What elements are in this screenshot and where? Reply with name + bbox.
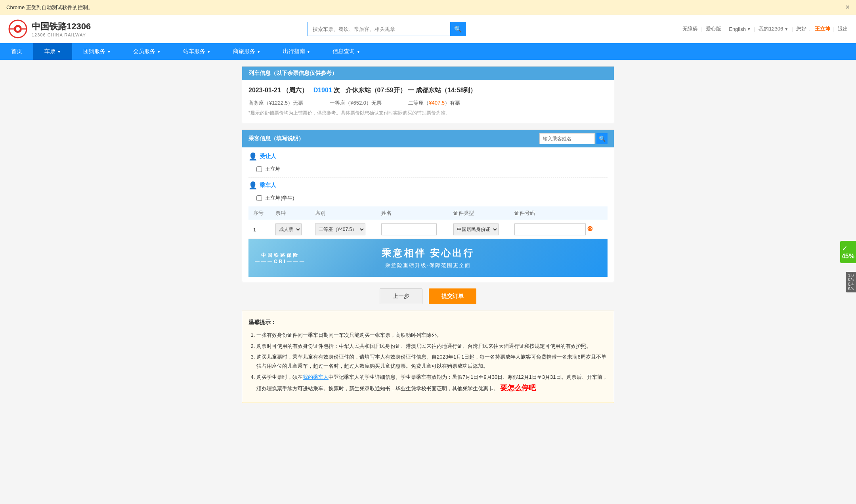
traveler-icon: 👤 <box>248 181 257 190</box>
nav-info-label: 信息查询 <box>332 48 355 55</box>
passenger-search-button[interactable]: 🔍 <box>596 133 608 144</box>
recipient-type-label: 👤 受让人 <box>248 152 608 161</box>
my-12306-label: 我的12306 <box>759 25 783 32</box>
nav-item-group[interactable]: 团购服务 ▼ <box>72 43 122 60</box>
passenger-table-header-row: 序号 票种 席别 姓名 证件类型 证件号码 <box>248 206 608 220</box>
passenger-divider <box>248 178 608 178</box>
tips-title: 温馨提示： <box>248 317 608 327</box>
row-name <box>376 220 449 239</box>
logo-sub-text: 12306 CHINA RAILWAY <box>32 32 91 37</box>
seat-business-price: ¥1222.5 <box>269 100 288 106</box>
passenger-info-card: 乘客信息（填写说明） 🔍 👤 受让人 王立坤 👤 乘车人 <box>242 130 614 282</box>
my-12306-arrow: ▼ <box>784 27 788 31</box>
search-input[interactable] <box>308 22 450 36</box>
chrome-banner: Chrome 正受到自动测试软件的控制。 × <box>0 0 856 15</box>
header-right: 无障碍 | 爱心版 | English ▼ | 我的12306 ▼ | 您好， … <box>682 25 848 32</box>
traveler-name: 王立坤(学生) <box>265 195 294 202</box>
passenger-card-title: 乘客信息（填写说明） <box>248 135 304 142</box>
train-info-main: 2023-01-21 （周六） D1901 次 介休东站（07:59开） 一 成… <box>248 86 608 95</box>
table-row: 1 成人票 二等座（¥407.5） <box>248 220 608 239</box>
seat-first-status: 无票 <box>371 100 382 106</box>
tips-highlight-text: 要怎么停吧 <box>500 384 536 392</box>
love-version-link[interactable]: 爱心版 <box>706 25 721 32</box>
id-num-input[interactable] <box>514 223 586 235</box>
chrome-banner-text: Chrome 正受到自动测试软件的控制。 <box>6 4 93 11</box>
seat-second-price: ¥407.5 <box>429 100 445 106</box>
nav-item-member[interactable]: 会员服务 ▼ <box>122 43 172 60</box>
side-indicator: ✓ 45% <box>840 241 856 263</box>
nav-info-arrow: ▼ <box>356 50 360 54</box>
ticket-type-select[interactable]: 成人票 <box>275 223 302 235</box>
username-link[interactable]: 王立坤 <box>815 25 830 32</box>
nav-tickets-label: 车票 <box>44 48 55 55</box>
train-suffix: 次 <box>334 87 340 94</box>
header: 中国铁路12306 12306 CHINA RAILWAY 🔍 无障碍 | 爱心… <box>0 15 856 43</box>
main-nav: 首页 车票 ▼ 团购服务 ▼ 会员服务 ▼ 站车服务 ▼ 商旅服务 ▼ 出行指南… <box>0 43 856 60</box>
recipient-checkbox[interactable] <box>256 166 262 172</box>
nav-station-label: 站车服务 <box>183 48 205 55</box>
nav-item-tickets[interactable]: 车票 ▼ <box>33 43 72 60</box>
col-name: 姓名 <box>376 206 449 220</box>
name-input[interactable] <box>381 223 437 235</box>
train-info-card: 列车信息（以下余票信息仅供参考） 2023-01-21 （周六） D1901 次… <box>242 66 614 123</box>
nav-item-station[interactable]: 站车服务 ▼ <box>172 43 222 60</box>
logout-link[interactable]: 退出 <box>838 25 848 32</box>
nav-station-arrow: ▼ <box>207 50 211 54</box>
accessibility-link[interactable]: 无障碍 <box>682 25 698 32</box>
nav-item-business[interactable]: 商旅服务 ▼ <box>222 43 272 60</box>
seat-business: 商务座（¥1222.5）无票 <box>248 99 303 107</box>
passenger-section: 👤 受让人 王立坤 👤 乘车人 王立坤(学生) 序号 <box>242 147 614 282</box>
tips-card: 温馨提示： 一张有效身份证件同一乘车日期同一车次只能购买一张车票，高铁动卧列车除… <box>242 311 614 403</box>
check-icon: ✓ <box>842 244 848 253</box>
recipient-icon: 👤 <box>248 152 257 161</box>
tips-item-2: 购票时可使用的有效身份证件包括：中华人民共和国居民身份证、港澳居民来往内地通行证… <box>256 342 608 351</box>
train-info-body: 2023-01-21 （周六） D1901 次 介休东站（07:59开） 一 成… <box>242 80 614 123</box>
tips-item-1: 一张有效身份证件同一乘车日期同一车次只能购买一张车票，高铁动卧列车除外。 <box>256 330 608 340</box>
search-button[interactable]: 🔍 <box>450 22 466 36</box>
nav-home-label: 首页 <box>11 48 22 55</box>
chrome-banner-close[interactable]: × <box>845 3 850 11</box>
logo-main-text: 中国铁路12306 <box>32 21 91 32</box>
insurance-logo-text: 中国铁路保险 <box>255 252 306 259</box>
col-id-type: 证件类型 <box>449 206 509 220</box>
recipient-passenger-item: 王立坤 <box>248 164 608 174</box>
seat-second: 二等座（¥407.5）有票 <box>408 99 460 107</box>
passenger-search-input[interactable] <box>539 133 595 144</box>
seat-info: 商务座（¥1222.5）无票 一等座（¥652.0）无票 二等座（¥407.5）… <box>248 99 608 107</box>
passenger-table-head: 序号 票种 席别 姓名 证件类型 证件号码 <box>248 206 608 220</box>
nav-member-arrow: ▼ <box>157 50 161 54</box>
nav-item-home[interactable]: 首页 <box>0 43 33 60</box>
seat-first: 一等座（¥652.0）无票 <box>330 99 382 107</box>
col-num: 序号 <box>248 206 271 220</box>
action-buttons: 上一步 提交订单 <box>242 288 614 304</box>
seat-note: *显示的卧铺票价均为上铺票价，供您参考。具体票价以您确认支付时实际购买的铺别票价… <box>248 110 608 116</box>
delete-passenger-button[interactable]: ⊗ <box>587 224 593 233</box>
nav-tickets-arrow: ▼ <box>57 50 61 54</box>
nav-group-arrow: ▼ <box>107 50 111 54</box>
nav-guide-label: 出行指南 <box>283 48 305 55</box>
traveler-label: 乘车人 <box>260 182 276 189</box>
greeting-text: 您好， <box>796 25 812 32</box>
nav-business-label: 商旅服务 <box>233 48 255 55</box>
passenger-search-area: 🔍 <box>539 133 608 144</box>
traveler-type-label: 👤 乘车人 <box>248 181 608 190</box>
svg-point-2 <box>16 27 20 31</box>
nav-item-guide[interactable]: 出行指南 ▼ <box>272 43 322 60</box>
my-12306-link[interactable]: 我的12306 ▼ <box>759 25 788 32</box>
seat-class-select[interactable]: 二等座（¥407.5） <box>315 223 365 235</box>
download-stat: 0.4K/s <box>848 282 854 291</box>
traveler-checkbox[interactable] <box>256 195 262 201</box>
submit-button[interactable]: 提交订单 <box>429 288 476 304</box>
nav-item-info[interactable]: 信息查询 ▼ <box>321 43 371 60</box>
prev-button[interactable]: 上一步 <box>380 288 422 304</box>
train-info-header: 列车信息（以下余票信息仅供参考） <box>242 67 614 80</box>
upload-stat: 1.0K/s <box>848 273 854 282</box>
id-type-select[interactable]: 中国居民身份证 <box>453 223 499 235</box>
insurance-logo: 中国铁路保险 ———CRI——— <box>255 252 306 264</box>
traveler-passenger-item: 王立坤(学生) <box>248 193 608 203</box>
nav-member-label: 会员服务 <box>133 48 155 55</box>
row-id-num: ⊗ <box>510 220 608 239</box>
my-passengers-link[interactable]: 我的乘车人 <box>303 374 329 380</box>
tips-item-3: 购买儿童票时，乘车儿童有有效身份证件的，请填写本人有效身份证件信息。自2023年… <box>256 352 608 371</box>
language-selector[interactable]: English ▼ <box>729 26 751 32</box>
